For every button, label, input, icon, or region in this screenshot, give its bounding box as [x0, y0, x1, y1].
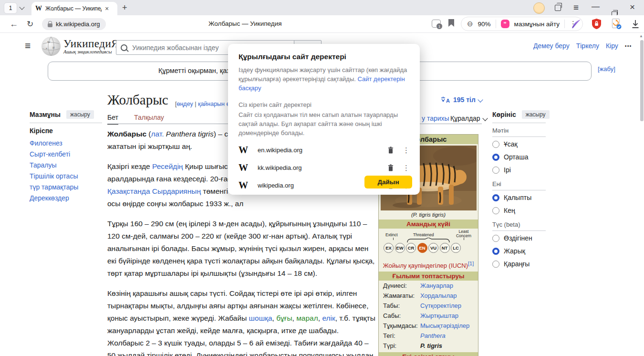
- radio-color-light[interactable]: Жарық: [492, 247, 525, 255]
- browser-menu-icon[interactable]: ≡: [573, 2, 579, 13]
- donate-link[interactable]: Демеу беру: [533, 42, 570, 50]
- tab-talk[interactable]: Талқылау: [134, 114, 164, 121]
- wikipedia-w-icon: W: [239, 145, 251, 156]
- toc-item-intro[interactable]: Кіріспе: [30, 127, 53, 135]
- done-button[interactable]: Дайын: [364, 176, 412, 188]
- edit-link[interactable]: өңдеу: [177, 101, 193, 107]
- minimize-button[interactable]: —: [592, 2, 600, 11]
- radio-icon[interactable]: [492, 261, 499, 268]
- radio-width-standard[interactable]: Қалыпты: [492, 194, 531, 201]
- address-bar[interactable]: kk.wikipedia.org: [42, 18, 106, 30]
- radio-text-small[interactable]: Ұсақ: [492, 140, 518, 148]
- tab-close-icon[interactable]: ×: [105, 5, 109, 12]
- latin-link[interactable]: лат.: [151, 130, 164, 138]
- toc-item-distribution[interactable]: Таралуы: [30, 161, 57, 169]
- radio-icon[interactable]: [492, 167, 499, 174]
- toc-item-appearance[interactable]: Сырт-келбеті: [30, 150, 70, 158]
- register-link[interactable]: Тіркелу: [576, 42, 599, 50]
- omnibox-page-title: Жолбарыс — Уикипедия: [208, 20, 282, 27]
- tab-article[interactable]: Бет: [107, 114, 118, 125]
- zoom-level[interactable]: 90%: [478, 21, 491, 28]
- deer-link[interactable]: бұғы: [276, 314, 292, 322]
- roe-deer-link[interactable]: елік: [322, 314, 335, 322]
- delete-icon[interactable]: [387, 164, 394, 172]
- language-selector[interactable]: A 195 тіл: [441, 96, 482, 104]
- new-tab-button[interactable]: +: [122, 3, 127, 13]
- radio-selected-icon[interactable]: [492, 248, 499, 255]
- reload-icon[interactable]: ↻: [27, 19, 33, 29]
- radio-color-auto[interactable]: Өздігінен: [492, 234, 532, 242]
- conservation-status-chart: Extinct Threatened LeastConcern EX EW CR…: [379, 229, 478, 261]
- lock-icon: [48, 23, 52, 27]
- tab-groups-icon[interactable]: [555, 5, 561, 11]
- wiki-header-links: Демеу беру Тіркелу Кіру •••: [533, 42, 632, 50]
- dialog-title: Құрылғыдағы сайт деректері: [239, 52, 409, 61]
- yandex-pen-icon[interactable]: [571, 19, 582, 29]
- divider: [496, 20, 496, 28]
- read-aloud-button[interactable]: мазмұнын айту: [514, 21, 560, 28]
- radio-selected-icon[interactable]: [492, 194, 499, 201]
- translate-page-icon[interactable]: [612, 18, 622, 30]
- downloads-icon[interactable]: [632, 20, 639, 29]
- window-close-button[interactable]: ×: [630, 2, 635, 12]
- wikipedia-logo[interactable]: W И ѳ: [41, 36, 61, 56]
- back-icon[interactable]: ←: [10, 19, 18, 29]
- wikipedia-w-icon: W: [239, 180, 251, 191]
- radio-text-standard[interactable]: Орташа: [492, 153, 528, 161]
- login-link[interactable]: Кіру: [606, 42, 618, 50]
- wiki-wordmark[interactable]: УикипедиЯ Ашық энциклопедиясы: [63, 38, 119, 54]
- reference-1[interactable]: [1]: [468, 261, 474, 266]
- tab-counter-button[interactable]: 1: [4, 2, 17, 14]
- site-menu-icon[interactable]: ⋮: [403, 164, 407, 172]
- status-codes: EX EW CR EN VU NT LC: [384, 243, 461, 253]
- site-data-dialog: Құрылғыдағы сайт деректері Іздеу функция…: [228, 44, 420, 195]
- boar-link[interactable]: шошқа: [249, 314, 272, 322]
- toc-hide-button[interactable]: жасыру: [66, 110, 94, 119]
- dialog-section-body: Сайт сіз қолданатын тіл мен сатып алатын…: [239, 110, 409, 137]
- scrollbar-thumb[interactable]: [640, 40, 644, 121]
- maral-link[interactable]: марал: [296, 314, 318, 322]
- browser-window: 1 W Жолбарыс — Уикипед × + ≡ — × ← ↻ kk.…: [0, 0, 644, 356]
- toc-item-habitat[interactable]: Тіршілік ортасы: [30, 172, 78, 180]
- tools-dropdown[interactable]: Құралдар: [450, 115, 487, 122]
- read-aloud-icon[interactable]: ”: [501, 20, 509, 28]
- status-code-vu: VU: [428, 243, 438, 253]
- site-menu-icon[interactable]: ⋮: [403, 146, 407, 155]
- radio-selected-icon[interactable]: [492, 154, 499, 161]
- browser-titlebar: 1 W Жолбарыс — Уикипед × + ≡ — ×: [0, 0, 644, 15]
- radio-icon[interactable]: [492, 235, 499, 242]
- radio-width-wide[interactable]: Кең: [492, 207, 515, 214]
- toc-item-subspecies[interactable]: түр тармақтары: [30, 183, 78, 191]
- radio-text-large[interactable]: Ірі: [492, 166, 511, 174]
- tax-row-class: Табы:Сүтқоректілер: [379, 301, 478, 311]
- species-name: Panthera tigris: [166, 130, 214, 138]
- protect-shield-icon[interactable]: [592, 18, 602, 30]
- toc-item-phylogenesis[interactable]: Филогенез: [30, 139, 62, 147]
- radio-icon[interactable]: [492, 207, 499, 214]
- tab-history-fragment[interactable]: у тарихы: [422, 115, 449, 122]
- iucn-link[interactable]: Жойылу қаупіндегілер (IUCN): [383, 262, 468, 269]
- site-notice-close-link[interactable]: [жабу]: [598, 65, 615, 73]
- tick: [464, 238, 464, 240]
- toc-item-references[interactable]: Дереккөздер: [30, 194, 69, 202]
- radio-icon[interactable]: [492, 141, 499, 148]
- tab-list-chevron-icon[interactable]: [19, 4, 24, 10]
- delete-icon[interactable]: [387, 147, 394, 154]
- status-code-lc: LC: [451, 243, 461, 253]
- wiki-hamburger-icon[interactable]: ≡: [25, 40, 31, 52]
- tax-row-species: Түрі:P. tigris: [379, 341, 478, 351]
- header-more-icon[interactable]: •••: [625, 43, 632, 49]
- kazakhstan-syrdarya-link[interactable]: Қазақстанда Сырдарияның: [107, 187, 201, 195]
- profile-avatar[interactable]: [533, 2, 545, 14]
- russia-link[interactable]: Ресейдің: [152, 162, 183, 170]
- radio-color-dark[interactable]: Қараңғы: [492, 260, 530, 268]
- page-actions-group: ⊖ 90% ” мазмұнын айту ⋮: [461, 17, 583, 31]
- active-tab[interactable]: W Жолбарыс — Уикипед ×: [31, 2, 117, 15]
- bookmark-icon[interactable]: [448, 19, 454, 27]
- status-code-ew: EW: [395, 243, 405, 253]
- scrollbar-up-icon[interactable]: ▲: [639, 34, 643, 38]
- collections-icon[interactable]: 1: [432, 20, 441, 28]
- appearance-hide-button[interactable]: жасыру: [522, 110, 550, 119]
- extinct-label: Extinct: [385, 233, 398, 237]
- zoom-out-icon[interactable]: ⊖: [467, 20, 473, 28]
